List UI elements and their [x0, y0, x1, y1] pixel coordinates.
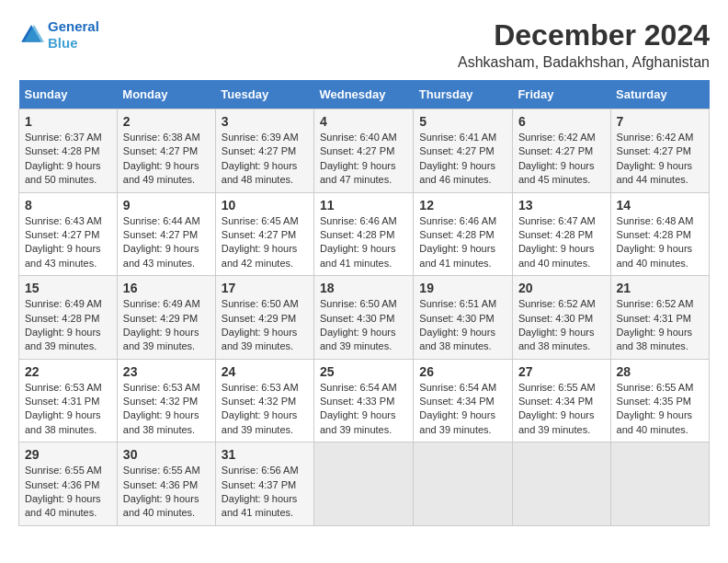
day-number: 29 [25, 447, 111, 462]
day-info: Sunrise: 6:55 AMSunset: 4:36 PMDaylight:… [123, 464, 210, 521]
day-info: Sunrise: 6:39 AMSunset: 4:27 PMDaylight:… [222, 131, 308, 188]
calendar-cell [512, 442, 610, 526]
col-header-saturday: Saturday [610, 80, 709, 109]
calendar-cell [414, 442, 513, 526]
calendar-cell: 7Sunrise: 6:42 AMSunset: 4:27 PMDaylight… [610, 109, 709, 193]
day-info: Sunrise: 6:48 AMSunset: 4:28 PMDaylight:… [617, 214, 703, 271]
calendar-cell: 12Sunrise: 6:46 AMSunset: 4:28 PMDayligh… [414, 192, 513, 276]
calendar-cell: 5Sunrise: 6:41 AMSunset: 4:27 PMDaylight… [414, 109, 513, 193]
day-number: 22 [25, 364, 111, 379]
day-number: 9 [123, 198, 210, 213]
calendar-header-row: SundayMondayTuesdayWednesdayThursdayFrid… [19, 80, 710, 109]
col-header-tuesday: Tuesday [215, 80, 313, 109]
day-number: 19 [419, 281, 506, 295]
day-number: 28 [617, 364, 703, 379]
calendar-cell: 24Sunrise: 6:53 AMSunset: 4:32 PMDayligh… [215, 359, 313, 442]
col-header-thursday: Thursday [414, 80, 513, 109]
day-info: Sunrise: 6:55 AMSunset: 4:36 PMDaylight:… [25, 464, 111, 521]
col-header-wednesday: Wednesday [313, 80, 413, 109]
calendar-cell: 8Sunrise: 6:43 AMSunset: 4:27 PMDaylight… [19, 192, 118, 276]
day-number: 21 [617, 281, 703, 295]
calendar-cell: 30Sunrise: 6:55 AMSunset: 4:36 PMDayligh… [117, 442, 215, 526]
calendar-cell: 21Sunrise: 6:52 AMSunset: 4:31 PMDayligh… [610, 276, 709, 360]
calendar-table: SundayMondayTuesdayWednesdayThursdayFrid… [18, 80, 710, 526]
calendar-cell: 6Sunrise: 6:42 AMSunset: 4:27 PMDaylight… [512, 109, 610, 193]
day-info: Sunrise: 6:45 AMSunset: 4:27 PMDaylight:… [222, 214, 308, 271]
calendar-week-row: 15Sunrise: 6:49 AMSunset: 4:28 PMDayligh… [19, 276, 710, 360]
day-number: 24 [222, 364, 308, 379]
calendar-cell: 4Sunrise: 6:40 AMSunset: 4:27 PMDaylight… [313, 109, 413, 193]
col-header-friday: Friday [512, 80, 610, 109]
col-header-monday: Monday [117, 80, 215, 109]
day-number: 6 [518, 114, 605, 129]
day-number: 25 [320, 364, 407, 379]
day-info: Sunrise: 6:41 AMSunset: 4:27 PMDaylight:… [419, 131, 506, 188]
calendar-cell: 3Sunrise: 6:39 AMSunset: 4:27 PMDaylight… [215, 109, 313, 193]
day-number: 1 [25, 114, 111, 129]
calendar-cell: 10Sunrise: 6:45 AMSunset: 4:27 PMDayligh… [215, 192, 313, 276]
day-number: 27 [518, 364, 605, 379]
day-info: Sunrise: 6:46 AMSunset: 4:28 PMDaylight:… [320, 214, 407, 271]
day-info: Sunrise: 6:53 AMSunset: 4:32 PMDaylight:… [123, 381, 210, 438]
logo-text: General Blue [48, 18, 99, 52]
day-number: 8 [25, 198, 111, 213]
day-info: Sunrise: 6:42 AMSunset: 4:27 PMDaylight:… [617, 131, 703, 188]
title-block: December 2024 Ashkasham, Badakhshan, Afg… [458, 18, 710, 71]
day-info: Sunrise: 6:51 AMSunset: 4:30 PMDaylight:… [419, 297, 506, 354]
calendar-cell: 13Sunrise: 6:47 AMSunset: 4:28 PMDayligh… [512, 192, 610, 276]
day-info: Sunrise: 6:55 AMSunset: 4:34 PMDaylight:… [518, 381, 605, 438]
day-info: Sunrise: 6:50 AMSunset: 4:29 PMDaylight:… [222, 297, 308, 354]
calendar-body: 1Sunrise: 6:37 AMSunset: 4:28 PMDaylight… [19, 109, 710, 526]
day-number: 16 [123, 281, 210, 295]
day-number: 15 [25, 281, 111, 295]
day-number: 18 [320, 281, 407, 295]
calendar-cell: 9Sunrise: 6:44 AMSunset: 4:27 PMDaylight… [117, 192, 215, 276]
day-number: 30 [123, 447, 210, 462]
calendar-cell: 28Sunrise: 6:55 AMSunset: 4:35 PMDayligh… [610, 359, 709, 442]
calendar-week-row: 22Sunrise: 6:53 AMSunset: 4:31 PMDayligh… [19, 359, 710, 442]
day-number: 11 [320, 198, 407, 213]
day-info: Sunrise: 6:52 AMSunset: 4:31 PMDaylight:… [617, 297, 703, 354]
day-info: Sunrise: 6:42 AMSunset: 4:27 PMDaylight:… [518, 131, 605, 188]
day-number: 13 [518, 198, 605, 213]
logo: General Blue [18, 18, 99, 52]
calendar-cell: 29Sunrise: 6:55 AMSunset: 4:36 PMDayligh… [19, 442, 118, 526]
day-number: 12 [419, 198, 506, 213]
calendar-week-row: 8Sunrise: 6:43 AMSunset: 4:27 PMDaylight… [19, 192, 710, 276]
calendar-cell: 22Sunrise: 6:53 AMSunset: 4:31 PMDayligh… [19, 359, 118, 442]
day-info: Sunrise: 6:40 AMSunset: 4:27 PMDaylight:… [320, 131, 407, 188]
day-number: 31 [222, 447, 308, 462]
col-header-sunday: Sunday [19, 80, 118, 109]
day-number: 7 [617, 114, 703, 129]
calendar-cell: 25Sunrise: 6:54 AMSunset: 4:33 PMDayligh… [313, 359, 413, 442]
calendar-cell: 1Sunrise: 6:37 AMSunset: 4:28 PMDaylight… [19, 109, 118, 193]
day-info: Sunrise: 6:49 AMSunset: 4:29 PMDaylight:… [123, 297, 210, 354]
calendar-week-row: 29Sunrise: 6:55 AMSunset: 4:36 PMDayligh… [19, 442, 710, 526]
day-info: Sunrise: 6:55 AMSunset: 4:35 PMDaylight:… [617, 381, 703, 438]
day-number: 3 [222, 114, 308, 129]
calendar-cell: 15Sunrise: 6:49 AMSunset: 4:28 PMDayligh… [19, 276, 118, 360]
calendar-cell [313, 442, 413, 526]
calendar-cell: 14Sunrise: 6:48 AMSunset: 4:28 PMDayligh… [610, 192, 709, 276]
day-info: Sunrise: 6:53 AMSunset: 4:31 PMDaylight:… [25, 381, 111, 438]
day-info: Sunrise: 6:49 AMSunset: 4:28 PMDaylight:… [25, 297, 111, 354]
day-number: 2 [123, 114, 210, 129]
day-number: 23 [123, 364, 210, 379]
month-title: December 2024 [458, 18, 710, 52]
calendar-cell: 16Sunrise: 6:49 AMSunset: 4:29 PMDayligh… [117, 276, 215, 360]
day-info: Sunrise: 6:43 AMSunset: 4:27 PMDaylight:… [25, 214, 111, 271]
day-info: Sunrise: 6:37 AMSunset: 4:28 PMDaylight:… [25, 131, 111, 188]
day-info: Sunrise: 6:50 AMSunset: 4:30 PMDaylight:… [320, 297, 407, 354]
calendar-cell: 11Sunrise: 6:46 AMSunset: 4:28 PMDayligh… [313, 192, 413, 276]
calendar-cell: 26Sunrise: 6:54 AMSunset: 4:34 PMDayligh… [414, 359, 513, 442]
calendar-cell: 23Sunrise: 6:53 AMSunset: 4:32 PMDayligh… [117, 359, 215, 442]
calendar-cell: 20Sunrise: 6:52 AMSunset: 4:30 PMDayligh… [512, 276, 610, 360]
day-number: 5 [419, 114, 506, 129]
day-number: 14 [617, 198, 703, 213]
calendar-cell: 19Sunrise: 6:51 AMSunset: 4:30 PMDayligh… [414, 276, 513, 360]
day-number: 10 [222, 198, 308, 213]
day-info: Sunrise: 6:38 AMSunset: 4:27 PMDaylight:… [123, 131, 210, 188]
day-info: Sunrise: 6:54 AMSunset: 4:34 PMDaylight:… [419, 381, 506, 438]
day-number: 17 [222, 281, 308, 295]
calendar-cell: 18Sunrise: 6:50 AMSunset: 4:30 PMDayligh… [313, 276, 413, 360]
